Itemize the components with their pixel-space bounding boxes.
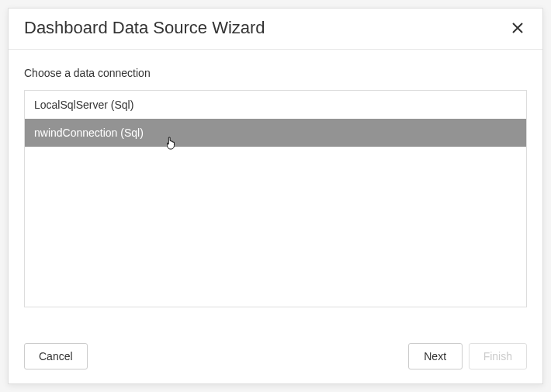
dialog-footer: Cancel Next Finish <box>9 331 542 383</box>
cancel-button[interactable]: Cancel <box>24 343 88 369</box>
dialog-title: Dashboard Data Source Wizard <box>24 18 265 38</box>
dialog-body: Choose a data connection LocalSqlServer … <box>9 50 542 331</box>
dialog-header: Dashboard Data Source Wizard <box>9 9 542 50</box>
connection-list[interactable]: LocalSqlServer (Sql) nwindConnection (Sq… <box>24 90 527 307</box>
connection-item-label: LocalSqlServer (Sql) <box>34 99 133 111</box>
connection-item-label: nwindConnection (Sql) <box>34 127 144 139</box>
footer-right-buttons: Next Finish <box>408 343 527 369</box>
close-icon <box>512 23 523 33</box>
data-source-wizard-dialog: Dashboard Data Source Wizard Choose a da… <box>8 8 543 384</box>
connection-item-localsqlserver[interactable]: LocalSqlServer (Sql) <box>25 91 526 119</box>
prompt-label: Choose a data connection <box>24 67 527 79</box>
finish-button[interactable]: Finish <box>469 343 527 369</box>
pointer-cursor-icon <box>165 136 177 151</box>
connection-item-nwindconnection[interactable]: nwindConnection (Sql) <box>25 119 526 147</box>
next-button[interactable]: Next <box>408 343 463 369</box>
close-button[interactable] <box>508 19 527 37</box>
